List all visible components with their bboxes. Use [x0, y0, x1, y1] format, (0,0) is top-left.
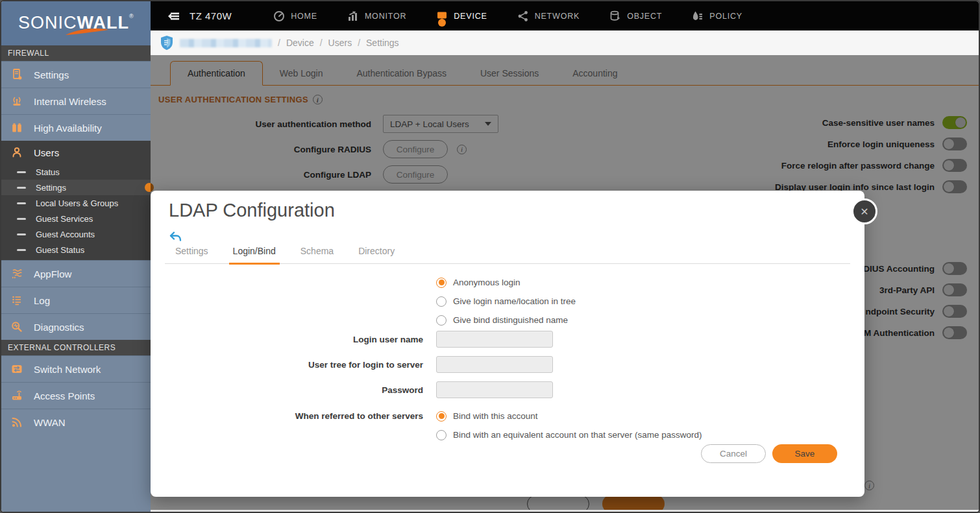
sidebar-item-label: Switch Network: [34, 364, 101, 375]
sidebar-subitem-guest-status[interactable]: Guest Status: [1, 242, 151, 257]
breadcrumb-users[interactable]: Users: [328, 38, 352, 48]
tab-schema[interactable]: Schema: [300, 246, 334, 263]
sidebar: SONICWALL® FIREWALL Settings Internal Wi…: [1, 1, 151, 512]
bind-option-row: Give login name/location in tree: [151, 292, 864, 311]
sidebar-item-label: AppFlow: [34, 268, 71, 280]
sidebar-subitem-settings[interactable]: Settings: [1, 180, 151, 195]
sonicwall-logo: SONICWALL®: [1, 1, 151, 45]
sidebar-item-label: Internal Wireless: [34, 96, 106, 107]
sidebar-item-label: Users: [34, 147, 59, 158]
breadcrumb: / Device / Users / Settings: [151, 30, 980, 55]
diagnostics-icon: [10, 320, 24, 333]
dash-icon: [17, 202, 26, 204]
sidebar-item-access-points[interactable]: Access Points: [1, 382, 151, 409]
home-icon: [273, 10, 285, 22]
referral-option-row: Bind with an equivalent account on that …: [151, 425, 864, 444]
dash-icon: [17, 249, 26, 251]
users-icon: [10, 146, 24, 159]
sidebar-item-diagnostics[interactable]: Diagnostics: [1, 313, 151, 340]
network-icon: [517, 10, 529, 22]
access-point-icon: [10, 389, 24, 402]
anonymous-login-radio[interactable]: [436, 278, 447, 288]
wireless-icon: [10, 95, 24, 108]
high-availability-icon: [10, 121, 24, 134]
sidebar-item-users[interactable]: Users: [1, 141, 151, 164]
dash-icon: [17, 218, 26, 220]
dialog-tabs: Settings Login/Bind Schema Directory: [165, 246, 850, 264]
user-tree-input[interactable]: [436, 356, 553, 373]
object-icon: [609, 10, 621, 22]
sidebar-subitem-status[interactable]: Status: [1, 164, 151, 180]
sidebar-item-log[interactable]: Log: [1, 287, 151, 313]
dash-icon: [17, 187, 26, 189]
ldap-configuration-dialog: LDAP Configuration Settings Login/Bind S…: [151, 191, 864, 497]
nav-home[interactable]: HOME: [273, 10, 317, 22]
sidebar-users-group: Users Status Settings Local Users & Grou…: [1, 141, 151, 260]
password-input[interactable]: [436, 381, 553, 398]
appflow-icon: [10, 267, 24, 280]
policy-icon: [692, 10, 704, 22]
dash-icon: [17, 233, 26, 235]
sidebar-item-appflow[interactable]: AppFlow: [1, 260, 151, 287]
settings-icon: [10, 68, 24, 81]
dialog-body: Anonymous login Give login name/location…: [151, 273, 864, 463]
breadcrumb-device[interactable]: Device: [286, 38, 314, 48]
switch-icon: [10, 363, 24, 376]
sidebar-item-label: WWAN: [34, 417, 66, 428]
field-row: User tree for login to server: [151, 356, 864, 373]
login-name-location-radio[interactable]: [436, 296, 447, 307]
log-icon: [10, 294, 24, 307]
bind-option-row: Give bind distinguished name: [151, 311, 864, 329]
top-nav: TZ 470W HOME MONITOR DEVICE NETWORK OBJE…: [151, 1, 980, 30]
bind-equivalent-account-radio[interactable]: [436, 430, 447, 440]
sidebar-item-internal-wireless[interactable]: Internal Wireless: [1, 88, 151, 114]
bind-distinguished-name-radio[interactable]: [436, 315, 447, 326]
redacted-device-name: [180, 39, 272, 47]
sidebar-item-wwan[interactable]: WWAN: [1, 409, 151, 435]
nav-monitor[interactable]: MONITOR: [347, 10, 406, 22]
dash-icon: [17, 171, 26, 173]
nav-object[interactable]: OBJECT: [609, 10, 662, 22]
logo-swoosh-icon: [64, 28, 111, 37]
dialog-title: LDAP Configuration: [151, 191, 864, 221]
login-user-name-input[interactable]: [436, 331, 553, 348]
sidebar-section-external-controllers: EXTERNAL CONTROLLERS: [1, 340, 151, 355]
collapse-sidebar-icon[interactable]: [165, 10, 180, 22]
breadcrumb-settings[interactable]: Settings: [366, 38, 399, 48]
sidebar-subitem-local-users-groups[interactable]: Local Users & Groups: [1, 195, 151, 211]
sidebar-section-firewall: FIREWALL: [1, 45, 151, 61]
sidebar-item-label: Settings: [34, 69, 69, 80]
shield-icon: [160, 35, 174, 51]
tab-ldap-settings[interactable]: Settings: [175, 246, 208, 263]
dialog-footer: Cancel Save: [151, 444, 864, 463]
sidebar-item-label: Log: [34, 295, 50, 306]
sidebar-item-settings[interactable]: Settings: [1, 61, 151, 88]
field-row: Password: [151, 381, 864, 398]
tab-login-bind[interactable]: Login/Bind: [233, 246, 276, 263]
nav-device[interactable]: DEVICE: [436, 10, 487, 22]
bind-option-row: Anonymous login: [151, 273, 864, 292]
active-nav-dot: [438, 19, 446, 27]
bind-this-account-radio[interactable]: [436, 411, 447, 422]
sidebar-subitem-guest-services[interactable]: Guest Services: [1, 211, 151, 226]
sidebar-item-label: High Availability: [34, 123, 102, 134]
app-window: SONICWALL® FIREWALL Settings Internal Wi…: [0, 0, 980, 513]
close-icon[interactable]: [851, 198, 877, 224]
wwan-icon: [10, 416, 24, 429]
nav-network[interactable]: NETWORK: [517, 10, 580, 22]
monitor-icon: [347, 10, 359, 22]
sidebar-item-high-availability[interactable]: High Availability: [1, 114, 151, 141]
back-arrow-icon[interactable]: [169, 232, 182, 243]
tab-directory[interactable]: Directory: [358, 246, 395, 263]
sidebar-item-switch-network[interactable]: Switch Network: [1, 355, 151, 382]
cancel-button[interactable]: Cancel: [701, 444, 766, 463]
referral-row: When referred to other servers Bind with…: [151, 407, 864, 425]
device-model: TZ 470W: [190, 10, 232, 21]
sidebar-subitem-guest-accounts[interactable]: Guest Accounts: [1, 226, 151, 242]
field-row: Login user name: [151, 331, 864, 348]
sidebar-item-label: Access Points: [34, 390, 95, 401]
nav-policy[interactable]: POLICY: [692, 10, 742, 22]
sidebar-item-label: Diagnostics: [34, 322, 84, 333]
save-button[interactable]: Save: [772, 444, 837, 463]
horizontal-scrollbar[interactable]: [151, 510, 980, 513]
